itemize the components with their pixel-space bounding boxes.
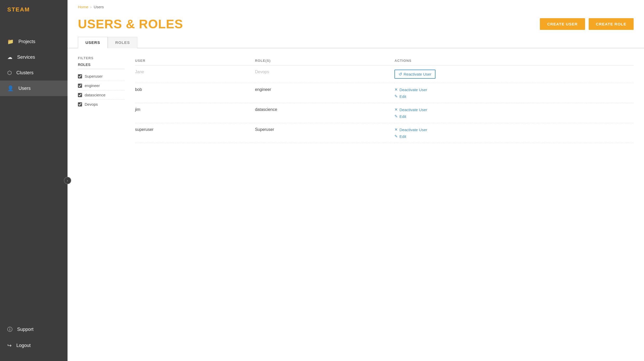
filter-item-devops[interactable]: Devops	[78, 100, 125, 109]
filters-subtitle: ROLES	[78, 63, 125, 69]
sidebar-item-clusters[interactable]: ⬡ Clusters	[0, 65, 68, 81]
deactivate-user-link-superuser[interactable]: ✕ Deactivate User	[394, 127, 629, 132]
tabs-container: USERS ROLES	[68, 36, 644, 48]
actions-cell-superuser: ✕ Deactivate User✎ Edit	[394, 123, 634, 143]
role-name-jane: Devops	[255, 70, 269, 74]
role-name-superuser: Superuser	[255, 127, 274, 132]
filter-checkbox-engineer[interactable]	[78, 84, 82, 88]
logout-icon: ↪	[7, 342, 12, 349]
sidebar-collapse-button[interactable]: ‹	[64, 177, 71, 184]
user-cell-superuser: superuser	[135, 123, 255, 143]
filter-checkbox-devops[interactable]	[78, 102, 82, 106]
reactivate-icon: ↺	[399, 72, 402, 77]
filter-label-datascience: datascience	[85, 93, 105, 97]
user-name-superuser: superuser	[135, 127, 153, 132]
user-name-jim: jim	[135, 107, 140, 112]
filter-label-superuser: Superuser	[85, 74, 103, 78]
filter-checkbox-datascience[interactable]	[78, 93, 82, 97]
filter-label-devops: Devops	[85, 102, 98, 106]
create-user-button[interactable]: CREATE USER	[540, 18, 585, 30]
edit-user-link-bob[interactable]: ✎ Edit	[394, 94, 629, 99]
edit-icon: ✎	[394, 134, 398, 139]
filter-checkbox-superuser[interactable]	[78, 74, 82, 78]
users-table: USER ROLE(S) ACTIONS JaneDevops↺ Reactiv…	[135, 56, 634, 143]
support-icon: ⓘ	[7, 326, 12, 333]
users-table-container: USER ROLE(S) ACTIONS JaneDevops↺ Reactiv…	[135, 56, 634, 143]
tab-roles[interactable]: ROLES	[108, 37, 138, 48]
sidebar-nav: 📁 Projects ☁ Services ⬡ Clusters 👤 Users	[0, 18, 68, 321]
sidebar-item-services[interactable]: ☁ Services	[0, 49, 68, 65]
filter-label-engineer: engineer	[85, 83, 100, 88]
table-row: jimdatascience✕ Deactivate User✎ Edit	[135, 103, 634, 123]
content-area: FILTERS ROLES Superuser engineer datasci…	[68, 48, 644, 151]
edit-user-link-jim[interactable]: ✎ Edit	[394, 114, 629, 119]
sidebar-item-users[interactable]: 👤 Users	[0, 81, 68, 96]
deactivate-icon: ✕	[394, 87, 398, 92]
table-row: bobengineer✕ Deactivate User✎ Edit	[135, 83, 634, 103]
sidebar-item-projects-label: Projects	[18, 39, 35, 44]
edit-icon: ✎	[394, 94, 398, 99]
page-title: USERS & ROLES	[78, 17, 183, 31]
role-cell-bob: engineer	[255, 83, 394, 103]
role-cell-jim: datascience	[255, 103, 394, 123]
role-name-jim: datascience	[255, 107, 277, 112]
role-cell-jane: Devops	[255, 65, 394, 83]
sidebar-item-logout[interactable]: ↪ Logout	[0, 338, 68, 353]
sidebar: STEAM 📁 Projects ☁ Services ⬡ Clusters 👤…	[0, 0, 68, 361]
deactivate-user-link-bob[interactable]: ✕ Deactivate User	[394, 87, 629, 92]
sidebar-item-support[interactable]: ⓘ Support	[0, 321, 68, 338]
page-header: USERS & ROLES CREATE USER CREATE ROLE	[68, 9, 644, 36]
sidebar-item-users-label: Users	[18, 86, 31, 91]
sidebar-bottom: ⓘ Support ↪ Logout	[0, 321, 68, 361]
table-header: USER ROLE(S) ACTIONS	[135, 56, 634, 65]
col-roles: ROLE(S)	[255, 56, 394, 65]
actions-cell-jim: ✕ Deactivate User✎ Edit	[394, 103, 634, 123]
table-body: JaneDevops↺ Reactivate Userbobengineer✕ …	[135, 65, 634, 143]
col-actions: ACTIONS	[394, 56, 634, 65]
actions-cell-jane: ↺ Reactivate User	[394, 65, 634, 83]
user-name-jane: Jane	[135, 70, 144, 74]
filter-item-superuser[interactable]: Superuser	[78, 72, 125, 81]
user-cell-jane: Jane	[135, 65, 255, 83]
create-role-button[interactable]: CREATE ROLE	[589, 18, 634, 30]
filter-item-engineer[interactable]: engineer	[78, 81, 125, 90]
sidebar-item-clusters-label: Clusters	[16, 70, 33, 76]
deactivate-icon: ✕	[394, 107, 398, 112]
breadcrumb-home-link[interactable]: Home	[78, 5, 88, 9]
deactivate-icon: ✕	[394, 127, 398, 132]
header-actions: CREATE USER CREATE ROLE	[540, 18, 634, 30]
sidebar-item-logout-label: Logout	[16, 343, 31, 348]
breadcrumb: Home › Users	[68, 0, 644, 9]
main-content: Home › Users USERS & ROLES CREATE USER C…	[68, 0, 644, 361]
actions-cell-bob: ✕ Deactivate User✎ Edit	[394, 83, 634, 103]
clusters-icon: ⬡	[7, 70, 12, 76]
filters-panel: FILTERS ROLES Superuser engineer datasci…	[78, 56, 125, 143]
role-cell-superuser: Superuser	[255, 123, 394, 143]
sidebar-item-support-label: Support	[17, 327, 33, 332]
app-logo: STEAM	[0, 0, 68, 18]
sidebar-item-projects[interactable]: 📁 Projects	[0, 34, 68, 49]
col-user: USER	[135, 56, 255, 65]
tab-users[interactable]: USERS	[78, 37, 108, 48]
deactivate-user-link-jim[interactable]: ✕ Deactivate User	[394, 107, 629, 112]
reactivate-user-button-jane[interactable]: ↺ Reactivate User	[394, 70, 435, 79]
user-cell-jim: jim	[135, 103, 255, 123]
breadcrumb-current: Users	[94, 5, 104, 9]
edit-user-link-superuser[interactable]: ✎ Edit	[394, 134, 629, 139]
services-icon: ☁	[7, 54, 12, 60]
edit-icon: ✎	[394, 114, 398, 119]
users-icon: 👤	[7, 85, 14, 91]
table-row: JaneDevops↺ Reactivate User	[135, 65, 634, 83]
breadcrumb-chevron-icon: ›	[90, 5, 92, 9]
user-name-bob: bob	[135, 87, 142, 92]
user-cell-bob: bob	[135, 83, 255, 103]
filters-title: FILTERS	[78, 56, 125, 60]
sidebar-item-services-label: Services	[17, 55, 35, 60]
filter-item-datascience[interactable]: datascience	[78, 90, 125, 100]
role-name-bob: engineer	[255, 87, 271, 92]
tabs: USERS ROLES	[78, 36, 634, 48]
projects-icon: 📁	[7, 38, 14, 45]
table-row: superuserSuperuser✕ Deactivate User✎ Edi…	[135, 123, 634, 143]
